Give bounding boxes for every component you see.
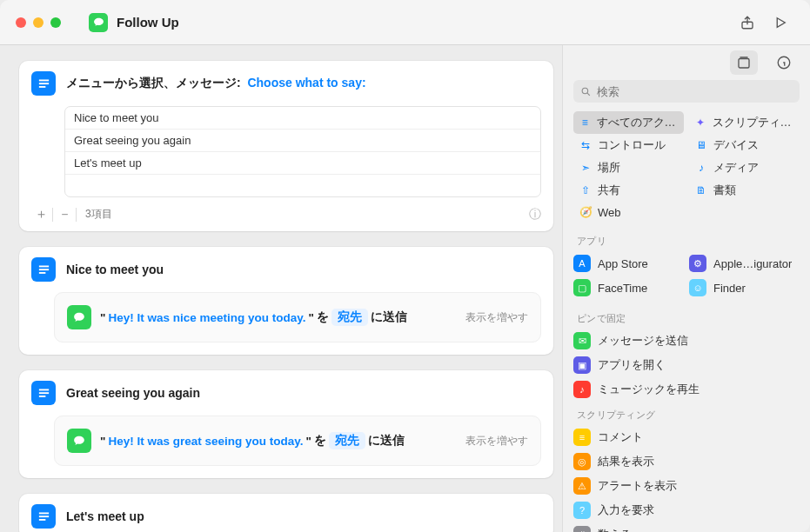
library-action-item[interactable]: ▣アプリを開く: [563, 353, 810, 377]
library-icon[interactable]: [730, 50, 758, 75]
category-label: すべてのアクシ…: [597, 115, 679, 130]
action-icon: ⚙: [689, 255, 706, 272]
action-icon: ✉: [573, 332, 591, 349]
category-item[interactable]: ⇧共有: [573, 179, 684, 202]
svg-rect-6: [38, 272, 45, 274]
show-more-button[interactable]: 表示を増やす: [465, 434, 528, 449]
recipient-token[interactable]: 宛先: [329, 432, 365, 449]
branch-title: Nice to meet you: [66, 263, 164, 276]
action-label: メッセージを送信: [598, 333, 688, 349]
category-item[interactable]: ⇆コントロール: [573, 134, 684, 156]
titlebar: Follow Up: [0, 0, 810, 45]
menu-icon: [31, 257, 56, 282]
message-token[interactable]: Hey! It was nice meeting you today.: [108, 311, 305, 324]
message-token[interactable]: Hey! It was great seeing you today.: [108, 435, 303, 448]
library-action-item[interactable]: ▢FaceTime: [573, 276, 684, 300]
search-field[interactable]: [573, 80, 800, 103]
category-item[interactable]: ≡すべてのアクシ…: [573, 111, 684, 134]
action-label: アプリを開く: [598, 357, 666, 373]
library-action-item[interactable]: ⚙Apple…igurator: [689, 251, 800, 276]
svg-rect-4: [38, 265, 48, 267]
action-icon: #: [573, 526, 591, 532]
library-action-item[interactable]: ≡コメント: [563, 425, 810, 449]
svg-point-15: [582, 88, 588, 94]
category-icon: 🧭: [579, 205, 592, 219]
show-more-button[interactable]: 表示を増やす: [465, 310, 528, 325]
branch-card[interactable]: Let's meet up: [19, 494, 553, 532]
workflow-title: Follow Up: [117, 15, 179, 30]
menu-item-empty[interactable]: [65, 174, 540, 196]
category-icon: ➣: [579, 161, 592, 175]
library-action-item[interactable]: AApp Store: [573, 251, 684, 276]
add-item-button[interactable]: ＋: [31, 206, 50, 223]
action-label: 入力を要求: [598, 502, 654, 518]
category-label: コントロール: [598, 137, 666, 153]
menu-select-action-card[interactable]: メニューから選択、メッセージ: Choose what to say: Nice…: [19, 61, 553, 231]
menu-item[interactable]: Nice to meet you: [65, 107, 540, 129]
library-section-header: スクリプティング: [563, 402, 810, 425]
recipient-token[interactable]: 宛先: [331, 309, 368, 326]
send-message-action[interactable]: " Hey! It was great seeing you today. " …: [54, 416, 541, 466]
svg-rect-12: [38, 519, 45, 521]
category-item[interactable]: 🗎書類: [689, 179, 800, 202]
svg-rect-13: [739, 59, 749, 69]
library-action-item[interactable]: #数える: [563, 522, 810, 532]
close-window-button[interactable]: [16, 17, 26, 28]
library-action-item[interactable]: ☺Finder: [689, 276, 800, 300]
category-label: 書類: [713, 183, 736, 198]
menu-item[interactable]: Let's meet up: [65, 151, 540, 174]
branch-card[interactable]: Nice to meet you " Hey! It was nice meet…: [19, 247, 553, 355]
remove-item-button[interactable]: －: [55, 206, 74, 223]
library-section-header: アプリ: [563, 228, 810, 251]
window-controls: [16, 17, 61, 28]
category-icon: 🗎: [694, 183, 708, 197]
send-message-summary: " Hey! It was great seeing you today. " …: [100, 432, 405, 449]
messages-icon: [67, 429, 91, 453]
category-label: スクリプティング: [713, 115, 794, 130]
library-action-item[interactable]: ⚠アラートを表示: [563, 474, 810, 498]
action-icon: ♪: [573, 381, 591, 398]
minimize-window-button[interactable]: [33, 17, 44, 28]
action-icon: ≡: [573, 429, 591, 446]
category-grid: ≡すべてのアクシ…✦スクリプティング⇆コントロール🖥デバイス➣場所♪メディア⇧共…: [563, 111, 810, 223]
branch-card[interactable]: Great seeing you again " Hey! It was gre…: [19, 370, 553, 478]
share-button[interactable]: [733, 10, 761, 35]
category-label: 場所: [598, 160, 620, 176]
library-action-item[interactable]: ◎結果を表示: [563, 449, 810, 474]
action-icon: ▢: [573, 279, 591, 296]
search-input[interactable]: [597, 85, 793, 98]
action-icon: ▣: [573, 356, 591, 374]
category-icon: ≡: [579, 116, 592, 130]
category-label: デバイス: [713, 137, 759, 153]
svg-rect-9: [38, 396, 45, 397]
send-message-action[interactable]: " Hey! It was nice meeting you today. " …: [54, 292, 541, 342]
menu-prompt-token[interactable]: Choose what to say:: [247, 76, 365, 90]
category-item[interactable]: 🖥デバイス: [689, 134, 800, 156]
category-item[interactable]: 🧭Web: [573, 202, 684, 223]
category-icon: ⇧: [579, 183, 592, 197]
category-item[interactable]: ♪メディア: [689, 156, 800, 179]
menu-action-title: メニューから選択、メッセージ: Choose what to say:: [66, 76, 366, 91]
action-label: 数える: [598, 527, 632, 532]
category-item[interactable]: ✦スクリプティング: [689, 111, 800, 134]
library-action-item[interactable]: ?入力を要求: [563, 498, 810, 522]
action-icon: ☺: [689, 279, 706, 296]
zoom-window-button[interactable]: [50, 17, 61, 28]
info-icon[interactable]: ⓘ: [529, 207, 541, 223]
svg-rect-2: [38, 83, 48, 84]
menu-item[interactable]: Great seeing you again: [65, 129, 540, 151]
action-label: ミュージックを再生: [598, 382, 700, 397]
run-button[interactable]: [766, 10, 794, 35]
library-action-item[interactable]: ✉メッセージを送信: [563, 329, 810, 353]
messages-icon: [67, 305, 91, 329]
category-item[interactable]: ➣場所: [573, 156, 684, 179]
action-icon: A: [573, 255, 591, 272]
item-count-label: 3項目: [85, 207, 112, 222]
messages-app-icon: [89, 13, 108, 32]
send-message-summary: " Hey! It was nice meeting you today. " …: [100, 309, 407, 326]
category-icon: ✦: [694, 116, 707, 130]
details-icon[interactable]: [770, 50, 798, 75]
svg-rect-8: [38, 392, 48, 394]
library-action-item[interactable]: ♪ミュージックを再生: [563, 377, 810, 402]
category-label: メディア: [713, 160, 759, 176]
